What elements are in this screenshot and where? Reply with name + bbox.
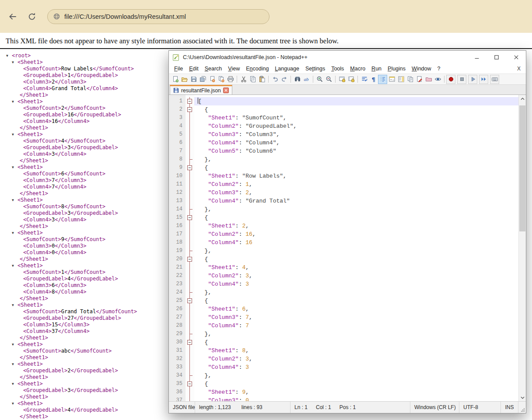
code-line[interactable]: "Column4": "Column4",: [194, 139, 526, 147]
menu-encoding[interactable]: Encoding: [243, 65, 272, 73]
resize-grip-icon[interactable]: [518, 402, 526, 413]
macro-save-button[interactable]: [490, 75, 499, 84]
code-line[interactable]: "Column5": "Column6": [194, 147, 526, 155]
code-line[interactable]: [: [194, 97, 526, 105]
code-line[interactable]: "Column3": 0,: [194, 396, 526, 401]
fold-toggle-icon[interactable]: [187, 215, 192, 220]
menu-language[interactable]: Language: [272, 65, 302, 73]
new-file-button[interactable]: [171, 75, 180, 84]
code-line[interactable]: "Column2": "GroupedLabel",: [194, 122, 526, 130]
code-area[interactable]: 1[2 {3 "Sheet1": "SumofCount",4 "Column2…: [169, 95, 526, 401]
tree-collapse-arrow-icon[interactable]: ▼: [12, 341, 18, 348]
tree-collapse-arrow-icon[interactable]: ▼: [12, 230, 18, 236]
tree-collapse-arrow-icon[interactable]: ▼: [12, 302, 18, 308]
tree-collapse-arrow-icon[interactable]: ▼: [12, 262, 18, 269]
macro-stop-button[interactable]: [457, 75, 466, 84]
monitoring-button[interactable]: [433, 75, 442, 84]
code-line[interactable]: },: [194, 155, 526, 164]
zoom-in-button[interactable]: [315, 75, 324, 84]
tree-collapse-arrow-icon[interactable]: ▼: [12, 131, 18, 138]
code-line[interactable]: },: [194, 247, 526, 255]
tree-collapse-arrow-icon[interactable]: ▼: [12, 59, 18, 66]
document-map-button[interactable]: [396, 75, 406, 84]
menu-settings[interactable]: Settings: [302, 65, 328, 73]
tree-collapse-arrow-icon[interactable]: ▼: [12, 381, 18, 387]
fold-toggle-icon[interactable]: [187, 107, 192, 112]
maximize-button[interactable]: [486, 51, 506, 64]
save-button[interactable]: [189, 75, 198, 84]
macro-run-multiple-button[interactable]: [479, 75, 488, 84]
vertical-scrollbar[interactable]: [518, 95, 526, 401]
code-line[interactable]: "Column4": 7: [194, 322, 526, 330]
file-tab[interactable]: resultantFile.json: [170, 85, 232, 94]
cut-button[interactable]: [239, 75, 248, 84]
folder-as-workspace-button[interactable]: [424, 75, 433, 84]
sync-scroll-vertical-button[interactable]: [337, 75, 346, 84]
tree-collapse-arrow-icon[interactable]: ▼: [6, 52, 12, 59]
fold-toggle-icon[interactable]: [187, 340, 192, 345]
undo-button[interactable]: [270, 75, 280, 84]
print-button[interactable]: [226, 75, 235, 84]
code-line[interactable]: "Column2": 1,: [194, 180, 526, 189]
sync-scroll-horizontal-button[interactable]: [346, 75, 356, 84]
menu-plugins[interactable]: Plugins: [385, 65, 409, 73]
fold-toggle-icon[interactable]: [187, 382, 192, 386]
code-line[interactable]: "Sheet1": 9,: [194, 388, 526, 396]
code-line[interactable]: {: [194, 297, 526, 305]
minimize-button[interactable]: [467, 51, 486, 64]
code-line[interactable]: "Column4": "Grand Total": [194, 197, 526, 205]
code-line[interactable]: {: [194, 380, 526, 388]
code-line[interactable]: },: [194, 205, 526, 214]
code-line[interactable]: "Sheet1": "SumofCount",: [194, 114, 526, 122]
tree-collapse-arrow-icon[interactable]: ▼: [12, 361, 18, 368]
fold-toggle-icon[interactable]: [187, 99, 192, 104]
code-line[interactable]: "Column3": 2,: [194, 189, 526, 197]
back-icon[interactable]: [7, 11, 18, 22]
replace-button[interactable]: ab: [302, 75, 311, 84]
word-wrap-button[interactable]: [360, 75, 369, 84]
menu-run[interactable]: Run: [368, 65, 385, 73]
find-button[interactable]: [293, 75, 302, 84]
code-line[interactable]: },: [194, 288, 526, 297]
code-line[interactable]: {: [194, 105, 526, 114]
tree-collapse-arrow-icon[interactable]: ▼: [12, 197, 18, 203]
save-all-button[interactable]: [198, 75, 207, 84]
fold-toggle-icon[interactable]: [187, 298, 192, 303]
address-bar[interactable]: file:///C:/Users/Downloads/myResultant.x…: [47, 9, 270, 24]
indent-guide-button[interactable]: [378, 75, 387, 84]
code-line[interactable]: "Sheet1": 2,: [194, 222, 526, 230]
menu-search[interactable]: Search: [202, 65, 225, 73]
menu-edit[interactable]: Edit: [186, 65, 202, 73]
code-line[interactable]: "Column4": 3: [194, 280, 526, 288]
code-line[interactable]: "Sheet1": "Row Labels",: [194, 172, 526, 180]
menu-macro[interactable]: Macro: [347, 65, 368, 73]
tree-collapse-arrow-icon[interactable]: ▼: [12, 164, 18, 171]
scrollbar-thumb[interactable]: [519, 105, 525, 231]
close-button[interactable]: [506, 51, 526, 64]
code-line[interactable]: "Column4": 3: [194, 363, 526, 371]
paste-button[interactable]: [257, 75, 266, 84]
user-defined-language-button[interactable]: [387, 75, 396, 84]
code-line[interactable]: {: [194, 255, 526, 263]
menu-view[interactable]: View: [225, 65, 243, 73]
copy-button[interactable]: [248, 75, 257, 84]
tab-close-icon[interactable]: [223, 88, 229, 93]
code-line[interactable]: "Sheet1": 6,: [194, 305, 526, 313]
zoom-out-button[interactable]: [324, 75, 333, 84]
document-list-button[interactable]: [406, 75, 415, 84]
macro-record-button[interactable]: [446, 75, 455, 84]
menu-close-button[interactable]: X: [517, 66, 526, 72]
code-line[interactable]: },: [194, 330, 526, 338]
code-line[interactable]: "Column4": 16: [194, 238, 526, 247]
code-line[interactable]: "Sheet1": 4,: [194, 263, 526, 272]
menu-window[interactable]: Window: [409, 65, 434, 73]
close-file-button[interactable]: [207, 75, 217, 84]
menu-tools[interactable]: Tools: [328, 65, 347, 73]
redo-button[interactable]: [280, 75, 289, 84]
code-line[interactable]: {: [194, 214, 526, 222]
tree-collapse-arrow-icon[interactable]: ▼: [12, 400, 18, 407]
function-list-button[interactable]: [415, 75, 424, 84]
close-all-button[interactable]: [217, 75, 226, 84]
scroll-down-icon[interactable]: [519, 394, 526, 401]
tree-collapse-arrow-icon[interactable]: ▼: [12, 98, 18, 105]
